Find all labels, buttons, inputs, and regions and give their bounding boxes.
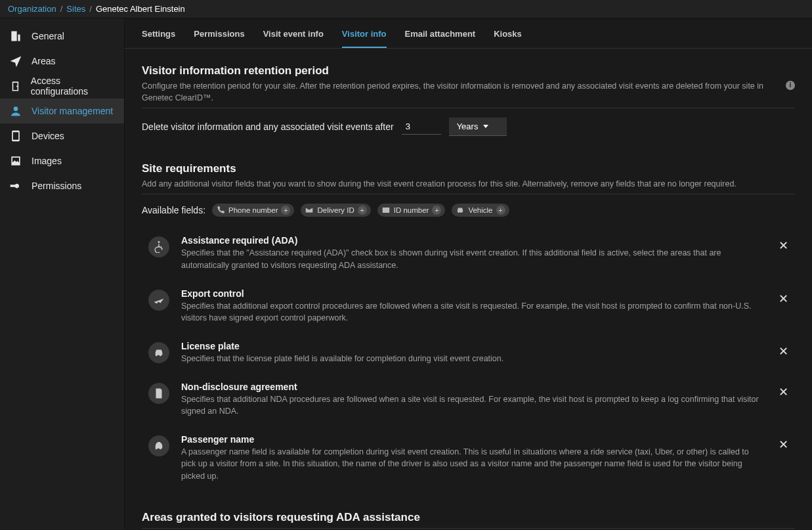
requirement-description: Specifies that the "Assistance required … — [181, 247, 763, 271]
sidebar-item-devices[interactable]: Devices — [0, 123, 124, 148]
remove-icon[interactable]: ✕ — [775, 238, 791, 254]
chip-label: Vehicle — [468, 206, 492, 214]
chevron-down-icon — [483, 125, 488, 128]
taxi-icon — [148, 435, 169, 456]
requirement-title: Assistance required (ADA) — [181, 235, 763, 246]
sidebar-item-areas[interactable]: Areas — [0, 49, 124, 74]
sidebar-item-label: Access configurations — [31, 76, 115, 97]
chip-id-number[interactable]: ID number + — [377, 204, 446, 217]
tab-visitor-info[interactable]: Visitor info — [342, 29, 387, 48]
remove-icon[interactable]: ✕ — [775, 437, 791, 453]
building-icon — [9, 30, 22, 43]
add-icon[interactable]: + — [281, 206, 290, 215]
requirement-description: Specifies that additional NDA procedures… — [181, 393, 763, 417]
chip-label: ID number — [394, 206, 429, 214]
sidebar-item-label: Permissions — [32, 181, 81, 191]
available-fields-label: Available fields: — [142, 205, 205, 215]
chip-label: Delivery ID — [317, 206, 354, 214]
document-icon — [148, 383, 169, 404]
retention-unit-value: Years — [457, 121, 479, 131]
requirement-description: Specifies that the license plate field i… — [181, 353, 763, 364]
remove-icon[interactable]: ✕ — [775, 291, 791, 307]
tab-visit-event-info[interactable]: Visit event info — [263, 29, 324, 48]
breadcrumb-sites[interactable]: Sites — [66, 4, 85, 14]
sidebar: General Areas Access configurations Visi… — [0, 18, 125, 530]
id-card-icon — [381, 206, 391, 215]
info-icon[interactable]: i — [786, 81, 795, 90]
sidebar-item-permissions[interactable]: Permissions — [0, 173, 124, 198]
sidebar-item-images[interactable]: Images — [0, 148, 124, 173]
retention-row-label: Delete visitor information and any assoc… — [142, 121, 394, 132]
requirement-title: License plate — [181, 341, 763, 351]
wheelchair-icon — [148, 236, 169, 257]
breadcrumb-organization[interactable]: Organization — [8, 4, 56, 14]
chip-delivery-id[interactable]: Delivery ID + — [301, 204, 370, 217]
sidebar-item-label: Images — [32, 156, 62, 166]
car-icon — [148, 342, 169, 363]
key-icon — [9, 179, 22, 192]
ada-areas-heading: Areas granted to visitors requesting ADA… — [142, 511, 795, 524]
breadcrumb-current: Genetec Albert Einstein — [96, 4, 185, 14]
tab-settings[interactable]: Settings — [142, 29, 175, 48]
sidebar-item-visitor-management[interactable]: Visitor management — [0, 99, 124, 123]
chip-vehicle[interactable]: Vehicle + — [452, 204, 509, 217]
sidebar-item-label: General — [32, 31, 64, 41]
tab-kiosks[interactable]: Kiosks — [494, 29, 522, 48]
main-content: Settings Permissions Visit event info Vi… — [125, 18, 812, 530]
chip-label: Phone number — [228, 206, 278, 214]
plane-icon — [148, 290, 169, 311]
add-icon[interactable]: + — [432, 206, 441, 215]
site-requirements-description: Add any additional visitor fields that y… — [142, 178, 795, 194]
sidebar-item-access-configurations[interactable]: Access configurations — [0, 74, 124, 99]
device-icon — [9, 129, 22, 143]
sidebar-item-label: Areas — [32, 56, 56, 66]
requirement-title: Passenger name — [181, 434, 763, 445]
requirement-nda: Non-disclosure agreement Specifies that … — [142, 375, 795, 428]
add-icon[interactable]: + — [496, 206, 505, 215]
tab-bar: Settings Permissions Visit event info Vi… — [125, 18, 812, 49]
image-icon — [9, 154, 22, 167]
chip-phone-number[interactable]: Phone number + — [212, 204, 294, 217]
retention-value-input[interactable] — [402, 119, 441, 135]
package-icon — [305, 206, 314, 215]
sidebar-item-general[interactable]: General — [0, 24, 124, 49]
remove-icon[interactable]: ✕ — [775, 343, 791, 359]
visitor-icon — [9, 104, 22, 118]
requirement-assistance-required-ada: Assistance required (ADA) Specifies that… — [142, 229, 795, 281]
sidebar-item-label: Devices — [32, 131, 64, 141]
requirement-license-plate: License plate Specifies that the license… — [142, 334, 795, 375]
retention-heading: Visitor information retention period — [142, 64, 795, 77]
tab-email-attachment[interactable]: Email attachment — [405, 29, 476, 48]
door-icon — [9, 79, 22, 93]
sidebar-item-label: Visitor management — [32, 106, 113, 116]
requirement-title: Export control — [181, 288, 763, 299]
retention-description: Configure the retention period for your … — [142, 80, 795, 108]
add-icon[interactable]: + — [358, 206, 367, 215]
phone-icon — [216, 206, 225, 215]
requirement-description: A passenger name field is available for … — [181, 446, 763, 481]
requirement-title: Non-disclosure agreement — [181, 382, 763, 392]
car-icon — [456, 206, 465, 215]
retention-unit-select[interactable]: Years — [449, 118, 507, 136]
requirement-description: Specifies that additional export control… — [181, 300, 763, 324]
site-requirements-heading: Site requirements — [142, 162, 795, 175]
requirement-passenger-name: Passenger name A passenger name field is… — [142, 428, 795, 492]
remove-icon[interactable]: ✕ — [775, 384, 791, 400]
tab-permissions[interactable]: Permissions — [194, 29, 244, 48]
breadcrumb: Organization / Sites / Genetec Albert Ei… — [0, 0, 812, 18]
requirement-export-control: Export control Specifies that additional… — [142, 282, 795, 334]
navigation-icon — [9, 55, 22, 68]
